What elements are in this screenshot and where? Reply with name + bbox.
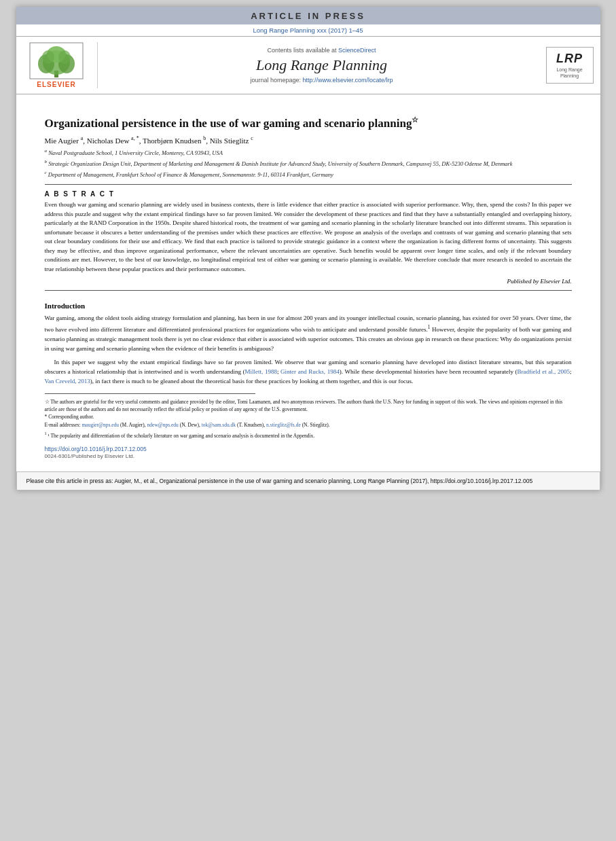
email-maugier[interactable]: maugier@nps.edu [81, 422, 119, 428]
science-direct-link[interactable]: ScienceDirect [338, 47, 376, 54]
journal-header: ELSEVIER Contents lists available at Sci… [16, 36, 600, 94]
abstract-text: Even though war gaming and scenario plan… [45, 200, 572, 274]
page: ARTICLE IN PRESS Long Range Planning xxx… [16, 7, 600, 490]
article-in-press-label: ARTICLE IN PRESS [251, 11, 365, 21]
author-super-a2: a, * [131, 135, 139, 141]
affil-b: b Strategic Organization Design Unit, De… [45, 158, 572, 168]
intro-heading: Introduction [45, 302, 572, 310]
journal-homepage-line: journal homepage: http://www.elsevier.co… [250, 77, 393, 84]
author-super-c: c [251, 135, 253, 141]
copyright-line: 0024-6301/Published by Elsevier Ltd. [45, 453, 135, 459]
author-super-a: a [81, 135, 84, 141]
footnote-star-line: ☆ The authors are grateful for the very … [45, 398, 572, 414]
footnote-divider [45, 393, 255, 394]
intro-paragraph-1: War gaming, among the oldest tools aidin… [45, 314, 572, 354]
intro-paragraph-2: In this paper we suggest why the extant … [45, 358, 572, 387]
email-nstieglitz[interactable]: n.stieglitz@fs.de [266, 422, 301, 428]
published-by: Published by Elsevier Ltd. [45, 278, 572, 285]
ref-vancreveld[interactable]: Van Creveld, 2013 [45, 378, 90, 384]
homepage-label: journal homepage: [250, 77, 301, 84]
elsevier-logo: ELSEVIER [23, 42, 98, 88]
footnote-1: 1 ¹ The popularity and differentiation o… [45, 430, 572, 440]
footnote-star-text: The authors are grateful for the very us… [45, 399, 563, 412]
email-tok[interactable]: tok@sam.sdu.dk [202, 422, 236, 428]
affiliations: a Naval Postgraduate School, 1 Universit… [45, 147, 572, 179]
elsevier-tree-icon [29, 42, 84, 79]
ref-ginter[interactable]: Ginter and Rucks, 1984 [280, 368, 340, 375]
cite-box: Please cite this article in press as: Au… [16, 471, 600, 491]
abstract-header: A B S T R A C T [45, 190, 572, 198]
affil-a: a Naval Postgraduate School, 1 Universit… [45, 147, 572, 158]
svg-point-6 [58, 50, 71, 64]
footnote-emails-line: E-mail addresses: maugier@nps.edu (M. Au… [45, 422, 572, 429]
footnote-corresponding-text: Corresponding author. [48, 414, 94, 420]
title-star: ☆ [412, 115, 418, 124]
svg-point-5 [42, 50, 54, 64]
authors-line: Mie Augier a, Nicholas Dew a, *, Thorbjø… [45, 135, 572, 145]
footnote-area: ☆ The authors are grateful for the very … [45, 398, 572, 440]
elsevier-wordmark: ELSEVIER [37, 81, 75, 88]
journal-title: Long Range Planning [256, 56, 387, 74]
body-divider [45, 290, 572, 291]
ref-millett[interactable]: Millett, 1988 [245, 368, 277, 375]
doi-footer: https://doi.org/10.1016/j.lrp.2017.12.00… [45, 446, 572, 459]
doi-top-text: Long Range Planning xxx (2017) 1–45 [253, 26, 363, 34]
science-direct-line: Contents lists available at ScienceDirec… [267, 47, 376, 54]
article-title: Organizational persistence in the use of… [45, 115, 572, 131]
affil-c: c Department of Management, Frankfurt Sc… [45, 169, 572, 179]
lrp-logo-box: LRP Long RangePlanning [546, 47, 594, 84]
article-in-press-bar: ARTICLE IN PRESS [16, 7, 600, 24]
footnote-1-text: ¹ The popularity and differentiation of … [48, 433, 315, 439]
abstract-divider [45, 184, 572, 185]
footnote-corresponding: * Corresponding author. [45, 414, 572, 421]
author-super-b: b [203, 135, 206, 141]
doi-top-bar: Long Range Planning xxx (2017) 1–45 [16, 24, 600, 36]
lrp-subtitle: Long RangePlanning [556, 67, 582, 79]
footnote-ref-1: 1 [428, 324, 431, 330]
contents-label: Contents lists available at [267, 47, 336, 54]
main-content: Organizational persistence in the use of… [16, 94, 600, 467]
email-ndew[interactable]: ndew@nps.edu [147, 422, 179, 428]
footnote-star-symbol: ☆ [45, 399, 50, 405]
journal-center: Contents lists available at ScienceDirec… [105, 47, 539, 84]
footnote-email-label: E-mail addresses: [45, 422, 81, 428]
article-title-text: Organizational persistence in the use of… [45, 117, 412, 130]
journal-homepage-link[interactable]: http://www.elsevier.com/locate/lrp [303, 77, 393, 84]
introduction-section: Introduction War gaming, among the oldes… [45, 302, 572, 387]
ref-bradfield[interactable]: Bradfield et al., 2005 [518, 368, 570, 375]
lrp-letters: LRP [556, 52, 583, 66]
doi-link[interactable]: https://doi.org/10.1016/j.lrp.2017.12.00… [45, 446, 147, 452]
